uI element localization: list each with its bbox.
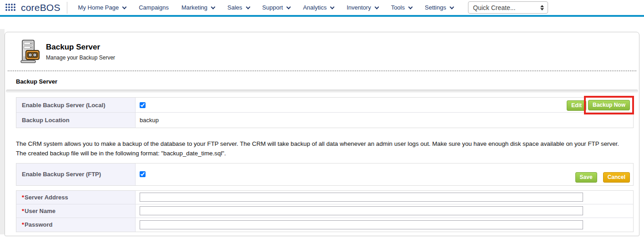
select-spinner-icon bbox=[540, 5, 544, 10]
nav-item-support[interactable]: Support bbox=[256, 4, 297, 11]
brand[interactable]: coreBOS bbox=[5, 2, 60, 13]
backup-location-label: Backup Location bbox=[16, 113, 136, 128]
nav-item-marketing[interactable]: Marketing bbox=[175, 4, 221, 11]
chevron-down-icon bbox=[211, 5, 216, 9]
ftp-actions: Save Cancel bbox=[575, 172, 630, 183]
page-left-gutter bbox=[0, 29, 5, 234]
nav-item-campaigns[interactable]: Campaigns bbox=[132, 4, 175, 11]
chevron-down-icon bbox=[408, 5, 413, 9]
page-subtitle: Manage your Backup Server bbox=[46, 55, 115, 61]
chevron-down-icon bbox=[450, 5, 454, 9]
chevron-down-icon bbox=[287, 5, 291, 9]
field-label-text: Server Address bbox=[25, 194, 68, 201]
cancel-button[interactable]: Cancel bbox=[603, 172, 630, 183]
nav-item-label: My Home Page bbox=[78, 4, 119, 11]
server-address-label: * Server Address bbox=[16, 191, 136, 204]
user-name-cell bbox=[136, 204, 633, 218]
nav-item-label: Sales bbox=[227, 4, 242, 11]
table-row-enable-local: Enable Backup Server (Local) Edit Backup… bbox=[16, 98, 633, 113]
nav-item-label: Tools bbox=[391, 4, 405, 11]
enable-local-value: Edit Backup Now bbox=[136, 98, 633, 112]
section-title: Backup Server bbox=[5, 71, 639, 85]
save-button[interactable]: Save bbox=[575, 172, 597, 183]
local-backup-table: Enable Backup Server (Local) Edit Backup… bbox=[16, 97, 634, 128]
required-asterisk: * bbox=[22, 221, 24, 228]
password-label: * Password bbox=[16, 218, 136, 232]
field-label-text: User Name bbox=[25, 208, 55, 214]
nav-item-label: Marketing bbox=[181, 4, 207, 11]
password-input[interactable] bbox=[140, 220, 583, 229]
nav-item-label: Settings bbox=[425, 4, 446, 11]
section-header-bar bbox=[6, 89, 638, 93]
table-row-backup-location: Backup Location backup bbox=[16, 113, 633, 128]
nav-item-label: Campaigns bbox=[139, 4, 169, 11]
field-label-text: Password bbox=[25, 221, 52, 228]
brand-logo[interactable]: coreBOS bbox=[21, 2, 60, 13]
chevron-down-icon bbox=[246, 5, 250, 9]
quick-create-label: Quick Create... bbox=[473, 4, 515, 11]
nav-item-my-home-page[interactable]: My Home Page bbox=[72, 4, 133, 11]
nav-item-analytics[interactable]: Analytics bbox=[297, 4, 340, 11]
nav-item-label: Support bbox=[262, 4, 283, 11]
page-title: Backup Server bbox=[46, 43, 115, 52]
required-asterisk: * bbox=[22, 194, 24, 201]
edit-button[interactable]: Edit bbox=[567, 100, 586, 111]
nav-item-label: Inventory bbox=[347, 4, 371, 11]
module-header: Backup Server Manage your Backup Server bbox=[5, 32, 639, 69]
nav-divider bbox=[67, 2, 67, 14]
table-row-enable-ftp: Enable Backup Server (FTP) Save Cancel bbox=[16, 164, 633, 185]
enable-local-checkbox[interactable] bbox=[140, 102, 146, 108]
nav-item-settings[interactable]: Settings bbox=[418, 4, 460, 11]
enable-ftp-label: Enable Backup Server (FTP) bbox=[16, 164, 136, 185]
chevron-down-icon bbox=[330, 5, 335, 9]
server-address-cell bbox=[136, 191, 633, 204]
chevron-down-icon bbox=[122, 5, 127, 9]
ftp-enable-table: Enable Backup Server (FTP) Save Cancel bbox=[16, 163, 634, 186]
enable-ftp-value: Save Cancel bbox=[136, 164, 633, 185]
quick-create-select[interactable]: Quick Create... bbox=[468, 1, 548, 14]
table-row-password: * Password bbox=[16, 218, 633, 232]
nav-item-inventory[interactable]: Inventory bbox=[340, 4, 384, 11]
password-cell bbox=[136, 218, 633, 232]
backup-now-button[interactable]: Backup Now bbox=[588, 100, 630, 110]
nav-item-sales[interactable]: Sales bbox=[221, 4, 256, 11]
backup-location-value: backup bbox=[136, 113, 633, 128]
table-row-user-name: * User Name bbox=[16, 204, 633, 218]
nav-menu: My Home Page Campaigns Marketing Sales S… bbox=[72, 4, 460, 11]
user-name-label: * User Name bbox=[16, 204, 136, 218]
ftp-fields-table: * Server Address * User Name * Password bbox=[16, 190, 634, 232]
user-name-input[interactable] bbox=[140, 206, 583, 215]
enable-ftp-checkbox[interactable] bbox=[140, 171, 146, 177]
server-address-input[interactable] bbox=[140, 193, 583, 202]
table-row-server-address: * Server Address bbox=[16, 191, 633, 204]
enable-local-label: Enable Backup Server (Local) bbox=[16, 98, 136, 112]
backup-now-highlight-box: Backup Now bbox=[584, 96, 634, 114]
backup-server-icon bbox=[18, 40, 40, 64]
chevron-down-icon bbox=[374, 5, 379, 9]
nav-item-tools[interactable]: Tools bbox=[385, 4, 418, 11]
ftp-description: The CRM system allows you to make a back… bbox=[16, 139, 628, 159]
module-header-text: Backup Server Manage your Backup Server bbox=[46, 43, 115, 61]
app-grid-icon[interactable] bbox=[5, 4, 16, 12]
nav-item-label: Analytics bbox=[303, 4, 327, 11]
backup-server-panel: Backup Server Manage your Backup Server … bbox=[5, 32, 639, 236]
top-nav: coreBOS My Home Page Campaigns Marketing… bbox=[0, 0, 644, 17]
required-asterisk: * bbox=[22, 208, 24, 214]
